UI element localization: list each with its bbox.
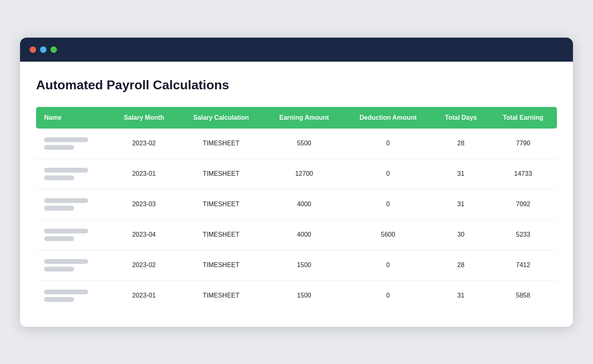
name-line-short <box>44 206 74 211</box>
name-line-short <box>44 145 74 150</box>
cell-deduction-amount: 0 <box>344 129 432 159</box>
col-header-total-days: Total Days <box>432 107 489 129</box>
main-content: Automated Payroll Calculations Name Sala… <box>20 62 573 327</box>
name-line-long <box>44 137 88 142</box>
cell-deduction-amount: 0 <box>344 280 432 311</box>
name-line-long <box>44 229 88 233</box>
cell-earning-amount: 12700 <box>264 159 344 189</box>
name-line-short <box>44 236 74 241</box>
cell-deduction-amount: 0 <box>344 159 432 189</box>
maximize-icon[interactable] <box>50 46 57 53</box>
cell-salary-month: 2023-01 <box>110 159 177 189</box>
cell-earning-amount: 5500 <box>264 129 344 159</box>
cell-salary-calculation: TIMESHEET <box>177 189 264 219</box>
cell-earning-amount: 1500 <box>264 250 344 280</box>
cell-salary-month: 2023-02 <box>110 250 177 280</box>
payroll-table: Name Salary Month Salary Calculation Ear… <box>36 107 557 311</box>
cell-earning-amount: 4000 <box>264 219 344 250</box>
table-row: 2023-01TIMESHEET15000315858 <box>36 280 557 311</box>
cell-total-days: 28 <box>432 250 489 280</box>
table-row: 2023-01TIMESHEET1270003114733 <box>36 159 557 189</box>
col-header-earning-amount: Earning Amount <box>264 107 344 129</box>
col-header-salary-month: Salary Month <box>110 107 177 129</box>
cell-salary-calculation: TIMESHEET <box>177 159 264 189</box>
cell-total-earning: 7790 <box>489 129 557 159</box>
name-cell <box>36 219 110 250</box>
cell-salary-month: 2023-02 <box>110 129 177 159</box>
name-line-short <box>44 267 74 271</box>
page-title: Automated Payroll Calculations <box>36 78 557 93</box>
app-window: Automated Payroll Calculations Name Sala… <box>20 38 573 327</box>
cell-salary-month: 2023-01 <box>110 280 177 311</box>
col-header-salary-calculation: Salary Calculation <box>177 107 264 129</box>
cell-deduction-amount: 5600 <box>344 219 432 250</box>
cell-earning-amount: 4000 <box>264 189 344 219</box>
table-row: 2023-02TIMESHEET15000287412 <box>36 250 557 280</box>
cell-earning-amount: 1500 <box>264 280 344 311</box>
cell-salary-calculation: TIMESHEET <box>177 280 264 311</box>
cell-total-earning: 7092 <box>489 189 557 219</box>
col-header-name: Name <box>36 107 110 129</box>
cell-salary-month: 2023-03 <box>110 189 177 219</box>
col-header-total-earning: Total Earning <box>489 107 557 129</box>
name-cell <box>36 129 110 159</box>
cell-total-days: 31 <box>432 280 489 311</box>
cell-deduction-amount: 0 <box>344 189 432 219</box>
cell-total-days: 28 <box>432 129 489 159</box>
table-row: 2023-04TIMESHEET40005600305233 <box>36 219 557 250</box>
close-icon[interactable] <box>30 46 36 53</box>
cell-salary-calculation: TIMESHEET <box>177 129 264 159</box>
cell-total-days: 30 <box>432 219 489 250</box>
cell-total-days: 31 <box>432 159 489 189</box>
name-line-long <box>44 198 88 203</box>
cell-salary-calculation: TIMESHEET <box>177 250 264 280</box>
minimize-icon[interactable] <box>40 46 46 53</box>
table-row: 2023-03TIMESHEET40000317092 <box>36 189 557 219</box>
cell-salary-month: 2023-04 <box>110 219 177 250</box>
table-header-row: Name Salary Month Salary Calculation Ear… <box>36 107 557 129</box>
cell-total-earning: 14733 <box>489 159 557 189</box>
name-cell <box>36 250 110 280</box>
cell-total-earning: 5858 <box>489 280 557 311</box>
cell-total-earning: 5233 <box>489 219 557 250</box>
name-line-short <box>44 175 74 180</box>
name-cell <box>36 189 110 219</box>
cell-deduction-amount: 0 <box>344 250 432 280</box>
cell-total-days: 31 <box>432 189 489 219</box>
cell-total-earning: 7412 <box>489 250 557 280</box>
name-line-long <box>44 168 88 173</box>
titlebar <box>20 38 573 62</box>
name-line-long <box>44 259 88 264</box>
name-line-short <box>44 297 74 302</box>
table-row: 2023-02TIMESHEET55000287790 <box>36 129 557 159</box>
cell-salary-calculation: TIMESHEET <box>177 219 264 250</box>
name-cell <box>36 159 110 189</box>
name-line-long <box>44 290 88 294</box>
col-header-deduction-amount: Deduction Amount <box>344 107 432 129</box>
name-cell <box>36 280 110 311</box>
